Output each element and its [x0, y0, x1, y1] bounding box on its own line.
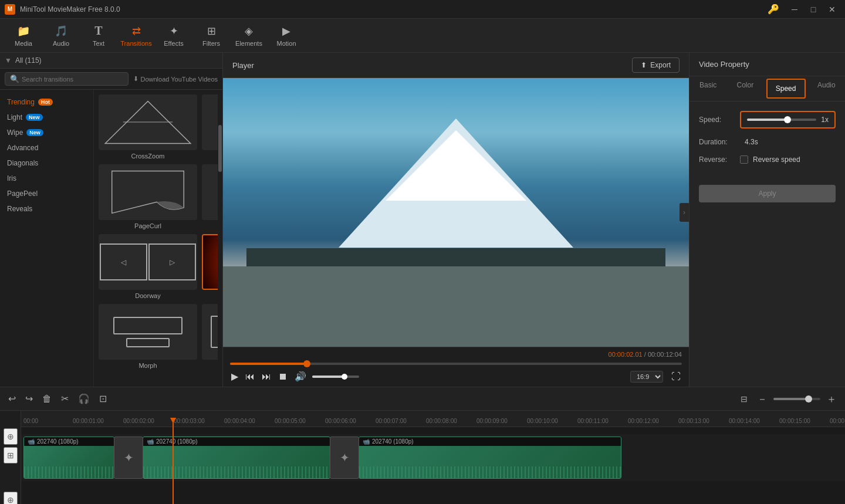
transition-between-1-2[interactable]: ✦ [114, 437, 143, 479]
audio-icon: 🎵 [55, 25, 67, 38]
fullscreen-button[interactable]: ⛶ [670, 370, 682, 383]
clip-2-header: 📹 202740 (1080p) [143, 437, 330, 446]
advanced-label: Advanced [7, 144, 38, 152]
crop-button[interactable]: ⊡ [96, 391, 110, 407]
transition-pagecurl[interactable]: PageCurl [99, 164, 197, 229]
scroll-thumb[interactable] [218, 125, 222, 172]
speed-slider[interactable] [747, 119, 816, 121]
category-iris[interactable]: Iris [0, 171, 93, 186]
volume-handle[interactable] [342, 374, 347, 380]
clip-2[interactable]: 📹 202740 (1080p) [143, 437, 330, 479]
progress-handle[interactable] [303, 360, 310, 367]
scroll-indicator[interactable] [218, 90, 222, 387]
toolbar-filters[interactable]: ⊞ Filters [192, 21, 230, 51]
split-view-button[interactable]: ⊟ [737, 392, 751, 406]
morph-label: Morph [138, 362, 157, 369]
search-box[interactable]: 🔍 [5, 72, 129, 86]
categories-sidebar: Trending Hot Light New Wipe New Advanced… [0, 90, 94, 387]
volume-button[interactable]: 🔊 [293, 370, 307, 383]
ruler-mark-2: 00:00:02:00 [123, 418, 154, 424]
timeline-ruler: 00:00 00:00:01:00 00:00:02:00 00:00:03:0… [21, 411, 845, 427]
clip-1[interactable]: 📹 202740 (1080p) [23, 437, 114, 479]
play-button[interactable]: ▶ [230, 370, 239, 383]
tab-basic[interactable]: Basic [689, 76, 726, 101]
zoom-slider[interactable] [773, 398, 820, 400]
panel-actions: 🔍 ⬇ Download YouTube Videos [0, 69, 222, 90]
transition-burn[interactable]: Burn [202, 234, 218, 299]
main-content: ▼ All (115) 🔍 ⬇ Download YouTube Videos … [0, 53, 845, 387]
aspect-ratio-select[interactable]: 16:9 4:3 1:1 [630, 371, 663, 383]
toolbar-text[interactable]: T Text [80, 21, 117, 51]
reverse-speed-checkbox[interactable] [740, 155, 748, 164]
category-pagepeel[interactable]: PagePeel [0, 186, 93, 201]
transitions-label: Transitions [120, 40, 151, 47]
audio-detach-button[interactable]: 🎧 [75, 391, 93, 407]
redo-button[interactable]: ↪ [22, 391, 36, 407]
close-button[interactable]: ✕ [824, 4, 840, 15]
transition-morph[interactable]: Morph [99, 304, 197, 369]
minimize-button[interactable]: ─ [786, 4, 803, 15]
iris-label: Iris [7, 174, 16, 182]
app-title: MiniTool MovieMaker Free 8.0.0 [20, 5, 768, 13]
delete-button[interactable]: 🗑 [39, 391, 55, 407]
zoom-in-button[interactable]: ＋ [823, 391, 840, 407]
panel-collapse-arrow[interactable]: › [680, 203, 689, 222]
export-button[interactable]: ⬆ Export [632, 57, 680, 73]
panel-collapse-icon[interactable]: ▼ [5, 56, 12, 65]
category-wipe[interactable]: Wipe New [0, 125, 93, 140]
tab-color[interactable]: Color [726, 76, 763, 101]
stop-button[interactable]: ⏹ [277, 370, 289, 383]
transition-between-2-3[interactable]: ✦ [330, 437, 359, 479]
toolbar-effects[interactable]: ✦ Effects [155, 21, 192, 51]
category-light[interactable]: Light New [0, 110, 93, 125]
panel-title: Video Property [689, 53, 845, 76]
zoom-handle[interactable] [805, 395, 812, 402]
pagecurl-label: PageCurl [134, 222, 161, 229]
video-preview [223, 78, 689, 347]
skip-forward-button[interactable]: ⏭ [261, 370, 272, 383]
transition-directionalwipe[interactable]: → DirectionalWipe [202, 94, 218, 160]
skip-back-button[interactable]: ⏮ [244, 370, 256, 383]
clip-3[interactable]: 📹 202740 (1080p) [359, 437, 621, 479]
toolbar-media[interactable]: 📁 Media [5, 21, 42, 51]
copy-track-button[interactable]: ⊞ [4, 447, 18, 464]
timeline-main[interactable]: 00:00 00:00:01:00 00:00:02:00 00:00:03:0… [21, 411, 845, 504]
add-track-button[interactable]: ⊕ [4, 428, 18, 445]
ruler-mark-15: 00:00:15:00 [779, 418, 810, 424]
toolbar-motion[interactable]: ▶ Motion [268, 21, 305, 51]
category-diagonals[interactable]: Diagonals [0, 155, 93, 171]
cut-button[interactable]: ✂ [58, 391, 72, 407]
transition-fold[interactable]: → Fold [202, 164, 218, 229]
maximize-button[interactable]: □ [805, 4, 822, 15]
category-trending[interactable]: Trending Hot [0, 94, 93, 110]
clip-icon: 📹 [363, 438, 370, 445]
transition-crosszoom[interactable]: CrossZoom [99, 94, 197, 160]
category-advanced[interactable]: Advanced [0, 140, 93, 155]
undo-button[interactable]: ↩ [5, 391, 19, 407]
clip-2-label: 202740 (1080p) [156, 438, 198, 445]
download-youtube-button[interactable]: ⬇ Download YouTube Videos [133, 75, 218, 83]
toolbar-audio[interactable]: 🎵 Audio [42, 21, 80, 51]
toolbar-elements[interactable]: ◈ Elements [230, 21, 268, 51]
speed-handle[interactable] [784, 116, 791, 123]
search-input[interactable] [22, 76, 123, 83]
timeline-body: ⊕ ⊞ ⊕ 🔒 🎵 🔒 00:00 00:00:01:00 00:00:02:0… [0, 411, 845, 504]
zoom-out-button[interactable]: － [753, 391, 771, 407]
key-icon[interactable]: 🔑 [768, 4, 779, 15]
tab-speed[interactable]: Speed [766, 79, 806, 99]
toolbar-transitions[interactable]: ⇄ Transitions [117, 21, 155, 51]
elements-label: Elements [235, 40, 262, 47]
category-reveals[interactable]: Reveals [0, 201, 93, 217]
crosszoom-thumbnail [99, 94, 197, 150]
transition-swap[interactable]: Swap [202, 304, 218, 369]
panel-count: All (115) [15, 56, 42, 65]
ruler-mark-14: 00:00:14:00 [729, 418, 760, 424]
search-icon: 🔍 [10, 75, 19, 83]
progress-bar[interactable] [230, 363, 682, 365]
light-label: Light [7, 113, 22, 121]
transition-doorway[interactable]: ◁ ▷ Doorway [99, 234, 197, 299]
add-media-button[interactable]: ⊕ [4, 492, 18, 504]
tab-audio[interactable]: Audio [808, 76, 845, 101]
apply-button[interactable]: Apply [699, 185, 836, 202]
volume-slider[interactable] [312, 376, 359, 378]
